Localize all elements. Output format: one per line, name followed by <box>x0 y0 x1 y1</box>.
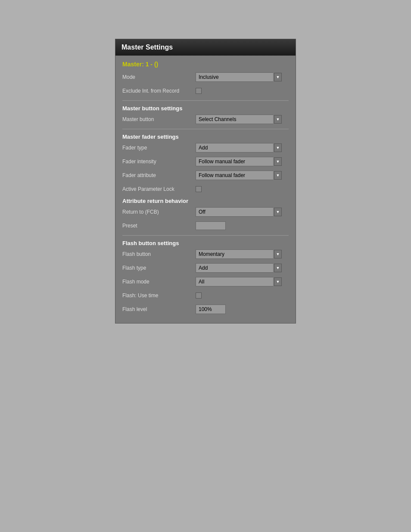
fader-type-dropdown-text: Add <box>196 143 273 152</box>
return-fcb-row: Return to (FCB) Off <box>122 207 289 217</box>
master-heading: Master: 1 - () <box>122 61 289 68</box>
active-param-checkbox[interactable] <box>196 186 202 192</box>
master-button-dropdown-arrow[interactable] <box>274 115 282 124</box>
preset-control <box>196 221 289 230</box>
fader-attribute-label: Fader attribute <box>122 172 196 178</box>
flash-mode-row: Flash mode All <box>122 277 289 287</box>
flash-level-label: Flash level <box>122 306 196 312</box>
flash-use-time-checkbox[interactable] <box>196 292 202 299</box>
divider-2 <box>122 129 289 129</box>
fader-type-dropdown-arrow[interactable] <box>274 143 282 152</box>
flash-button-dropdown-text: Momentary <box>196 249 273 259</box>
return-fcb-dropdown[interactable]: Off <box>196 207 282 217</box>
flash-button-control: Momentary <box>196 249 289 259</box>
panel-header: Master Settings <box>115 39 296 56</box>
fader-intensity-row: Fader intensity Follow manual fader <box>122 156 289 167</box>
exclude-row: Exclude Int. from Record <box>122 86 289 96</box>
flash-mode-dropdown-text: All <box>196 277 273 286</box>
fader-type-row: Fader type Add <box>122 143 289 153</box>
mode-label: Mode <box>122 74 196 80</box>
fader-intensity-dropdown-arrow[interactable] <box>274 157 282 166</box>
preset-box[interactable] <box>196 221 226 230</box>
master-button-control: Select Channels <box>196 115 289 124</box>
exclude-control <box>196 88 289 94</box>
fader-intensity-label: Fader intensity <box>122 159 196 165</box>
master-fader-heading: Master fader settings <box>122 134 289 140</box>
return-fcb-dropdown-text: Off <box>196 207 273 217</box>
preset-label: Preset <box>122 223 196 229</box>
panel-title: Master Settings <box>121 44 173 51</box>
fader-attribute-dropdown-arrow[interactable] <box>274 171 282 180</box>
flash-level-row: Flash level 100% <box>122 304 289 314</box>
flash-mode-label: Flash mode <box>122 279 196 285</box>
mode-dropdown-text: Inclusive <box>196 72 273 82</box>
fader-attribute-dropdown[interactable]: Follow manual fader <box>196 171 282 180</box>
master-button-heading: Master button settings <box>122 105 289 112</box>
fader-type-dropdown[interactable]: Add <box>196 143 282 152</box>
flash-type-dropdown-arrow[interactable] <box>274 264 282 272</box>
active-param-row: Active Parameter Lock <box>122 184 289 194</box>
flash-button-heading: Flash button settings <box>122 240 289 246</box>
master-settings-panel: Master Settings Master: 1 - () Mode Incl… <box>115 39 296 324</box>
active-param-control <box>196 186 289 192</box>
flash-type-row: Flash type Add <box>122 263 289 273</box>
flash-button-dropdown[interactable]: Momentary <box>196 249 282 259</box>
master-button-row: Master button Select Channels <box>122 114 289 124</box>
flash-button-section: Flash button settings Flash button Momen… <box>122 240 289 314</box>
flash-use-time-row: Flash: Use time <box>122 290 289 301</box>
fader-type-control: Add <box>196 143 289 152</box>
master-button-section: Master button settings Master button Sel… <box>122 105 289 124</box>
attribute-return-heading: Attribute return behavior <box>122 198 289 204</box>
fader-intensity-control: Follow manual fader <box>196 157 289 166</box>
fader-type-label: Fader type <box>122 145 196 151</box>
preset-row: Preset <box>122 221 289 231</box>
flash-button-label: Flash button <box>122 251 196 257</box>
fader-attribute-dropdown-text: Follow manual fader <box>196 171 273 180</box>
flash-mode-dropdown-arrow[interactable] <box>274 277 282 286</box>
master-button-label: Master button <box>122 116 196 122</box>
divider-1 <box>122 100 289 101</box>
panel-body: Master: 1 - () Mode Inclusive Exclude In… <box>115 56 296 323</box>
master-fader-section: Master fader settings Fader type Add Fad… <box>122 134 289 194</box>
master-button-dropdown[interactable]: Select Channels <box>196 115 282 124</box>
fader-intensity-dropdown[interactable]: Follow manual fader <box>196 157 282 166</box>
master-section: Master: 1 - () Mode Inclusive Exclude In… <box>122 61 289 96</box>
return-fcb-dropdown-arrow[interactable] <box>274 208 282 216</box>
flash-type-dropdown-text: Add <box>196 263 273 273</box>
mode-control: Inclusive <box>196 72 289 82</box>
flash-mode-control: All <box>196 277 289 286</box>
return-fcb-label: Return to (FCB) <box>122 209 196 215</box>
flash-use-time-label: Flash: Use time <box>122 292 196 299</box>
flash-mode-dropdown[interactable]: All <box>196 277 282 286</box>
master-button-dropdown-text: Select Channels <box>196 115 273 124</box>
exclude-checkbox[interactable] <box>196 88 202 94</box>
flash-type-dropdown[interactable]: Add <box>196 263 282 273</box>
flash-type-label: Flash type <box>122 265 196 271</box>
mode-row: Mode Inclusive <box>122 72 289 82</box>
flash-level-control: 100% <box>196 305 289 314</box>
active-param-label: Active Parameter Lock <box>122 186 196 192</box>
flash-type-control: Add <box>196 263 289 273</box>
flash-button-row: Flash button Momentary <box>122 249 289 259</box>
attribute-return-section: Attribute return behavior Return to (FCB… <box>122 198 289 231</box>
flash-level-box[interactable]: 100% <box>196 305 226 314</box>
flash-use-time-control <box>196 292 289 299</box>
flash-button-dropdown-arrow[interactable] <box>274 250 282 258</box>
mode-dropdown-arrow[interactable] <box>274 73 282 81</box>
fader-intensity-dropdown-text: Follow manual fader <box>196 157 273 166</box>
exclude-label: Exclude Int. from Record <box>122 88 196 94</box>
return-fcb-control: Off <box>196 207 289 217</box>
divider-3 <box>122 235 289 236</box>
fader-attribute-control: Follow manual fader <box>196 171 289 180</box>
fader-attribute-row: Fader attribute Follow manual fader <box>122 170 289 180</box>
mode-dropdown[interactable]: Inclusive <box>196 72 282 82</box>
